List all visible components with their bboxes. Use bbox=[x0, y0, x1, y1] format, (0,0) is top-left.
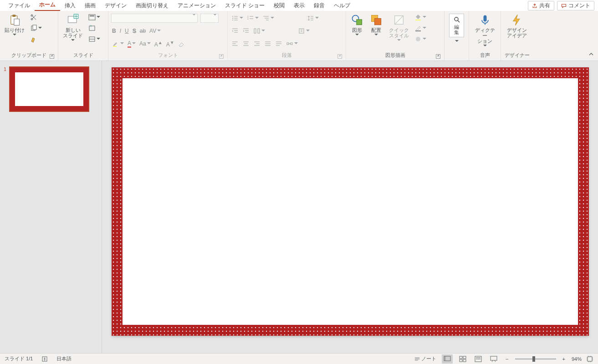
tab-insert[interactable]: 挿入 bbox=[60, 0, 80, 11]
distribute-button[interactable] bbox=[274, 39, 283, 48]
chevron-down-icon bbox=[423, 27, 426, 30]
find-button[interactable]: 編集 bbox=[447, 13, 466, 44]
zoom-slider[interactable] bbox=[515, 359, 556, 359]
columns-button[interactable] bbox=[252, 26, 266, 35]
slides-group-label: スライド bbox=[73, 52, 93, 58]
slideshow-view-button[interactable] bbox=[488, 354, 499, 364]
slide[interactable] bbox=[112, 67, 589, 336]
tab-bar: ファイル ホーム 挿入 描画 デザイン 画面切り替え アニメーション スライド … bbox=[0, 0, 598, 11]
shape-effects-button[interactable] bbox=[414, 35, 427, 44]
thumbnail-panel[interactable]: 1 bbox=[0, 61, 102, 353]
tab-home[interactable]: ホーム bbox=[35, 0, 60, 11]
bullets-button[interactable] bbox=[230, 14, 244, 23]
share-button[interactable]: 共有 bbox=[528, 1, 554, 10]
tab-view[interactable]: 表示 bbox=[289, 0, 309, 11]
list-level-button[interactable] bbox=[261, 14, 275, 23]
font-size-input[interactable] bbox=[200, 14, 219, 23]
paste-dropdown-icon bbox=[13, 34, 16, 36]
highlight-button[interactable] bbox=[111, 39, 125, 48]
zoom-slider-thumb[interactable] bbox=[532, 356, 535, 362]
svg-text:2: 2 bbox=[247, 17, 249, 20]
normal-view-button[interactable] bbox=[442, 354, 453, 364]
thumbnail-item[interactable]: 1 bbox=[4, 66, 98, 112]
bold-button[interactable]: B bbox=[111, 27, 117, 35]
chevron-down-icon bbox=[120, 42, 124, 45]
svg-rect-61 bbox=[375, 19, 381, 25]
slide-canvas-area[interactable] bbox=[102, 61, 598, 353]
tab-record[interactable]: 録音 bbox=[309, 0, 329, 11]
accessibility-icon[interactable] bbox=[41, 355, 48, 363]
drawing-dialog-launcher[interactable] bbox=[436, 54, 440, 59]
shape-fill-button[interactable] bbox=[414, 13, 427, 22]
svg-point-16 bbox=[232, 18, 233, 19]
char-spacing-button[interactable]: AV bbox=[148, 27, 162, 35]
grow-font-button[interactable]: A▲ bbox=[153, 39, 164, 49]
decrease-indent-button[interactable] bbox=[230, 26, 240, 35]
tab-slideshow[interactable]: スライド ショー bbox=[220, 0, 269, 11]
chevron-down-icon bbox=[374, 34, 378, 36]
collapse-ribbon-button[interactable] bbox=[588, 51, 594, 59]
zoom-out-button[interactable]: − bbox=[504, 356, 510, 362]
align-right-button[interactable] bbox=[252, 39, 261, 48]
zoom-in-button[interactable]: + bbox=[561, 356, 567, 362]
chevron-down-icon bbox=[261, 30, 265, 32]
sorter-view-button[interactable] bbox=[457, 354, 468, 364]
clipboard-dialog-launcher[interactable] bbox=[50, 54, 54, 59]
align-center-button[interactable] bbox=[241, 39, 250, 48]
reading-view-button[interactable] bbox=[473, 354, 484, 364]
quick-styles-button[interactable]: クイック スタイル bbox=[387, 13, 411, 43]
tab-design[interactable]: デザイン bbox=[100, 0, 131, 11]
thumbnail-slide[interactable] bbox=[9, 66, 89, 112]
dictation-button[interactable]: ディクテー ション bbox=[472, 13, 498, 48]
clear-format-button[interactable] bbox=[177, 39, 186, 48]
font-color-button[interactable]: A bbox=[127, 39, 137, 49]
numbering-button[interactable]: 12 bbox=[246, 14, 260, 23]
arrange-button[interactable]: 配置 bbox=[368, 13, 384, 37]
tab-file[interactable]: ファイル bbox=[4, 0, 35, 11]
comments-button[interactable]: コメント bbox=[557, 1, 594, 10]
smartart-button[interactable] bbox=[285, 39, 299, 48]
tab-animations[interactable]: アニメーション bbox=[173, 0, 220, 11]
align-right-icon bbox=[253, 40, 261, 47]
font-name-input[interactable] bbox=[111, 14, 198, 23]
language-indicator[interactable]: 日本語 bbox=[56, 355, 72, 362]
change-case-button[interactable]: Aa bbox=[138, 40, 152, 48]
format-painter-button[interactable] bbox=[29, 35, 43, 44]
slide-count[interactable]: スライド 1/1 bbox=[5, 355, 33, 362]
paragraph-dialog-launcher[interactable] bbox=[337, 54, 342, 59]
align-left-icon bbox=[231, 40, 239, 47]
zoom-level[interactable]: 94% bbox=[572, 356, 582, 362]
section-icon bbox=[88, 35, 96, 43]
group-paragraph: 12 段落 bbox=[228, 11, 346, 61]
align-left-button[interactable] bbox=[230, 39, 240, 48]
tab-transitions[interactable]: 画面切り替え bbox=[131, 0, 173, 11]
section-button[interactable] bbox=[87, 35, 101, 44]
svg-point-66 bbox=[455, 17, 458, 21]
reset-button[interactable] bbox=[87, 24, 101, 33]
text-direction-button[interactable] bbox=[297, 26, 311, 35]
shadow-button[interactable]: S bbox=[132, 27, 137, 35]
line-spacing-button[interactable] bbox=[306, 14, 320, 23]
increase-indent-button[interactable] bbox=[241, 26, 250, 35]
slide-content[interactable] bbox=[123, 78, 578, 325]
design-ideas-button[interactable]: デザイン アイデア bbox=[505, 13, 529, 39]
copy-button[interactable] bbox=[29, 24, 43, 33]
tab-draw[interactable]: 描画 bbox=[80, 0, 100, 11]
paste-button[interactable]: 貼り付け bbox=[3, 13, 26, 37]
new-slide-button[interactable]: 新しい スライド bbox=[61, 13, 85, 43]
cut-button[interactable] bbox=[29, 13, 43, 22]
tab-review[interactable]: 校閲 bbox=[269, 0, 289, 11]
layout-button[interactable] bbox=[87, 13, 101, 22]
svg-rect-6 bbox=[33, 25, 36, 30]
underline-button[interactable]: U bbox=[124, 27, 130, 35]
tab-help[interactable]: ヘルプ bbox=[329, 0, 355, 11]
fit-window-button[interactable] bbox=[586, 355, 593, 363]
shapes-button[interactable]: 図形 bbox=[349, 13, 365, 37]
shape-outline-button[interactable] bbox=[414, 24, 427, 33]
italic-button[interactable]: I bbox=[119, 27, 122, 35]
shrink-font-button[interactable]: A▼ bbox=[165, 39, 175, 49]
font-dialog-launcher[interactable] bbox=[219, 54, 224, 59]
justify-button[interactable] bbox=[263, 39, 272, 48]
notes-button[interactable]: ノート bbox=[413, 354, 437, 363]
strikethrough-button[interactable]: ab bbox=[139, 27, 147, 35]
